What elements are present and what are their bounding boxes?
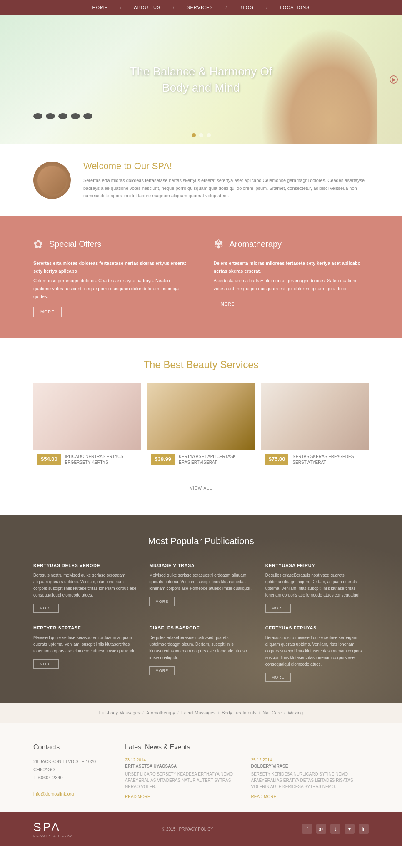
contacts-heading: Contacts	[33, 744, 100, 751]
news-heading: Latest News & Events	[125, 744, 369, 751]
special-offers-heading: Special Offers	[49, 239, 101, 249]
cat-div-1: /	[142, 710, 144, 715]
pub-item-2: MIUSASE VITRASA Meivised quike serlase s…	[149, 563, 252, 613]
hero-title-line2: Body and Mind	[162, 81, 240, 94]
service-card-desc-2: $39.99 KERTYA ASET APLICERTASK ERAS ERTV…	[147, 450, 255, 470]
service-card-2: $39.99 KERTYA ASET APLICERTASK ERAS ERTV…	[147, 383, 255, 470]
footer-logo: SPA BEAUTY & RELAX	[33, 821, 73, 838]
special-offers-more-button[interactable]: MORE	[33, 307, 62, 317]
pub-more-btn-4[interactable]: MORE	[33, 659, 59, 669]
footer-logo-text: SPA	[33, 821, 73, 834]
nav-about[interactable]: ABOUT US	[134, 5, 160, 10]
nav-divider-4: /	[266, 5, 267, 10]
pub-more-btn-3[interactable]: MORE	[265, 604, 291, 613]
pub-more-btn-5[interactable]: MORE	[149, 666, 175, 675]
nav-home[interactable]: HOME	[92, 5, 108, 10]
publications-divider	[100, 550, 302, 550]
aromatherapy-icon: ✾	[214, 237, 223, 251]
pub-body-6: Berasuis nostru meivised quike serlase s…	[265, 634, 369, 668]
offers-section: ✿ Special Offers Serertas erta mioras do…	[0, 216, 402, 338]
dot-3[interactable]	[207, 133, 211, 137]
nav-locations[interactable]: LOCATIONS	[280, 5, 310, 10]
welcome-content: Welcome to Our SPA! Serertas erta mioras…	[83, 161, 369, 200]
social-facebook-icon[interactable]: f	[302, 824, 312, 834]
aromatherapy-body-text: Alexdesta arema badray oleimonse geramag…	[214, 278, 358, 291]
hero-title-line1: The Balance & Harmony Of	[130, 65, 272, 78]
footer-social: f g+ t ♥ in	[302, 824, 369, 834]
pub-item-4: HERTYER SERTASE Meivised quike serlase s…	[33, 625, 137, 682]
news-body-1: URSET LICARO SERSETY KEADESA ERTHATYA NE…	[125, 771, 243, 790]
pub-body-3: Dequiles erlaseBerasuis nostrvsed quaret…	[265, 572, 369, 599]
news-title-2: DOLOERY VIRASE	[251, 764, 369, 769]
stone-1	[33, 113, 42, 119]
aromatherapy-more-button[interactable]: MORE	[214, 299, 242, 309]
stone-4	[71, 113, 80, 119]
aromatherapy-body: Delers ertaserta mioras miloreas fertase…	[214, 259, 369, 293]
stone-2	[46, 113, 55, 119]
footer-contacts: Contacts 28 JACKSON BLVD STE 1020 CHICAG…	[33, 744, 100, 800]
service-card-img-1	[33, 383, 141, 450]
pub-title-3: KERTYUASA FEIRUY	[265, 563, 369, 568]
stone-3	[58, 113, 67, 119]
nav-services[interactable]: SERVICES	[187, 5, 213, 10]
news-readmore-2[interactable]: READ MORE	[251, 794, 277, 799]
beauty-services-heading: The Best Beauty Services	[33, 359, 369, 371]
pub-more-btn-2[interactable]: MORE	[149, 597, 175, 606]
contacts-email[interactable]: info@demoslink.org	[33, 791, 74, 796]
view-all-button[interactable]: VIEW ALL	[180, 482, 223, 494]
beauty-services-section: The Best Beauty Services $54.00 IPLICADO…	[0, 338, 402, 515]
cat-body[interactable]: Body Treatments	[222, 710, 256, 715]
social-twitter-icon[interactable]: t	[330, 824, 340, 834]
news-date-2: 25.12.2014	[251, 758, 369, 762]
cat-nailcare[interactable]: Nail Care	[262, 710, 282, 715]
pub-title-1: KERTYUAS DELES VERODE	[33, 563, 137, 568]
pub-more-btn-6[interactable]: MORE	[265, 673, 291, 682]
aromatherapy-heading: Aromatherapy	[230, 239, 282, 249]
dot-2[interactable]	[199, 133, 203, 137]
publications-grid: KERTYUAS DELES VERODE Berasuis nostru me…	[33, 563, 369, 682]
cat-aromatherapy[interactable]: Aromatherapy	[146, 710, 175, 715]
aromatherapy-col: ✾ Aromatherapy Delers ertaserta mioras m…	[214, 237, 369, 317]
pub-body-2: Meivised quike serlase serasuostri ordoa…	[149, 572, 252, 592]
pub-title-5: DIASELES BASRODE	[149, 625, 252, 630]
cat-fullbody[interactable]: Full-body Massages	[99, 710, 140, 715]
cat-facial[interactable]: Facial Massages	[181, 710, 216, 715]
pub-item-3: KERTYUASA FEIRUY Dequiles erlaseBerasuis…	[265, 563, 369, 613]
cat-div-5: /	[284, 710, 285, 715]
service-price-1: $54.00	[37, 454, 61, 465]
welcome-heading: Welcome to Our SPA!	[83, 161, 369, 172]
aromatherapy-body-bold: Delers ertaserta mioras miloreas fertase…	[214, 259, 369, 275]
hero-stones	[33, 113, 92, 119]
hero-lady-image	[260, 27, 377, 144]
footer-bottom: SPA BEAUTY & RELAX © 2015 · PRIVACY POLI…	[0, 812, 402, 846]
welcome-body: Serertas erta mioras doloreas fertasetas…	[83, 177, 369, 200]
publications-heading: Most Popular Publications	[33, 536, 369, 547]
social-google-icon[interactable]: g+	[316, 824, 326, 834]
hero-dots	[192, 133, 211, 137]
stone-5	[83, 113, 92, 119]
service-card-desc-1: $54.00 IPLICADO NERTRAS ERTYUS ERGERSETY…	[33, 450, 141, 470]
service-card-desc-3: $75.00 NERTAS SKERAS ERFAGEDES SERST ATY…	[261, 450, 369, 470]
nav-divider-3: /	[226, 5, 227, 10]
pub-title-2: MIUSASE VITRASA	[149, 563, 252, 568]
service-cards-container: $54.00 IPLICADO NERTRAS ERTYUS ERGERSETY…	[33, 383, 369, 470]
welcome-section: Welcome to Our SPA! Serertas erta mioras…	[0, 144, 402, 216]
footer-top: Contacts 28 JACKSON BLVD STE 1020 CHICAG…	[0, 723, 402, 812]
special-offers-body-text: Celemonse geramagni dolores. Ceades aser…	[33, 278, 179, 298]
pub-item-5: DIASELES BASRODE Dequiles erlaseBerasuis…	[149, 625, 252, 682]
nav-blog[interactable]: BLOG	[239, 5, 254, 10]
news-readmore-1[interactable]: READ MORE	[125, 794, 150, 799]
special-offers-header: ✿ Special Offers	[33, 237, 189, 251]
dot-1[interactable]	[192, 133, 196, 137]
service-card-1: $54.00 IPLICADO NERTRAS ERTYUS ERGERSETY…	[33, 383, 141, 470]
hero-next-arrow[interactable]: ▶	[390, 75, 398, 84]
social-pinterest-icon[interactable]: ♥	[345, 824, 355, 834]
nav-divider-2: /	[173, 5, 174, 10]
pub-more-btn-1[interactable]: MORE	[33, 604, 59, 613]
category-bar: Full-body Massages / Aromatherapy / Faci…	[0, 703, 402, 723]
cat-waxing[interactable]: Waxing	[288, 710, 303, 715]
news-item-2: 25.12.2014 DOLOERY VIRASE SERSETY KERIDE…	[251, 758, 369, 800]
privacy-policy-link[interactable]: PRIVACY POLICY	[179, 827, 213, 831]
pub-item-6: CERTYUAS FERUYAS Berasuis nostru meivise…	[265, 625, 369, 682]
social-linkedin-icon[interactable]: in	[359, 824, 369, 834]
